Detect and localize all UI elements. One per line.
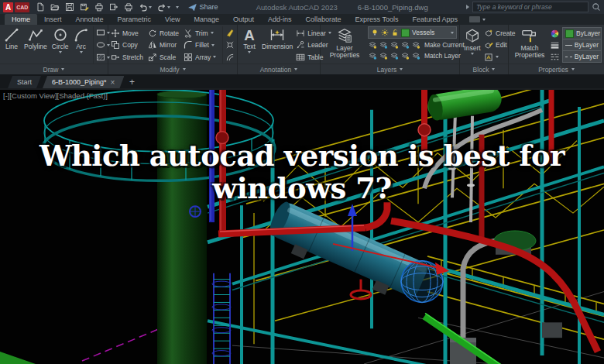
linetype-dropdown[interactable]: ByLayer: [562, 50, 602, 63]
hatch-tool[interactable]: [96, 53, 110, 62]
layer-tool-icon[interactable]: [411, 51, 420, 60]
file-tab-start[interactable]: Start: [8, 76, 41, 88]
close-tab-icon[interactable]: ×: [111, 78, 115, 87]
share-label: Share: [199, 3, 218, 11]
layer-tool-icon[interactable]: [400, 40, 410, 50]
layer-tool-icon[interactable]: [411, 40, 420, 50]
viewport-view-control[interactable]: [Custom View]: [9, 91, 57, 100]
tab-express-tools[interactable]: Express Tools: [348, 14, 406, 25]
customize-qat-icon[interactable]: [176, 6, 179, 9]
tab-featured-apps[interactable]: Featured Apps: [405, 14, 465, 25]
color-wheel-icon[interactable]: [550, 29, 560, 39]
ribbon-display-toggle[interactable]: [469, 14, 486, 25]
open-file-icon[interactable]: [50, 2, 60, 12]
layer-tool-icon[interactable]: [390, 51, 399, 60]
share-button[interactable]: Share: [188, 3, 218, 12]
circle-tool[interactable]: Circle: [50, 26, 70, 64]
layer-on-icon[interactable]: [371, 29, 379, 36]
panel-label-properties[interactable]: Properties: [509, 64, 604, 74]
viewport-pane-control[interactable]: [-]: [3, 91, 9, 100]
object-color-dropdown[interactable]: ByLayer: [562, 27, 602, 39]
match-layer-button[interactable]: Match Layer: [424, 52, 461, 60]
tab-manage[interactable]: Manage: [187, 14, 226, 25]
search-icon[interactable]: [592, 2, 601, 12]
arc-flyout-icon[interactable]: [80, 51, 83, 53]
autocad-logo: A: [3, 2, 13, 12]
offset-icon: [225, 53, 235, 62]
rotate-tool[interactable]: Rotate: [148, 28, 179, 38]
tab-add-ins[interactable]: Add-ins: [261, 14, 299, 25]
layer-dropdown-caret[interactable]: [451, 32, 454, 34]
redo-icon[interactable]: [157, 2, 170, 12]
export-icon[interactable]: [109, 2, 118, 12]
quick-access-toolbar: [36, 2, 179, 12]
search-expand-icon[interactable]: [466, 5, 469, 9]
tab-insert[interactable]: Insert: [37, 14, 69, 25]
panel-label-annotation[interactable]: Annotation: [238, 64, 320, 74]
viewport-visual-style-control[interactable]: [Shaded (Fast)]: [57, 91, 108, 100]
text-icon: [242, 27, 257, 43]
new-drawing-tab-icon[interactable]: +: [125, 76, 138, 88]
tab-view[interactable]: View: [158, 14, 187, 25]
layer-lock-icon[interactable]: [391, 29, 399, 36]
layer-freeze-icon[interactable]: [381, 29, 389, 36]
insert-block-button[interactable]: Insert: [462, 26, 482, 64]
app-menu-button[interactable]: A CAD: [3, 2, 29, 12]
lineweight-dropdown[interactable]: ByLayer: [562, 39, 602, 51]
ellipse-tool[interactable]: [96, 40, 110, 50]
drawing-viewport[interactable]: [-] [Custom View] [Shaded (Fast)] Which …: [0, 88, 604, 364]
trim-tool[interactable]: Trim: [184, 28, 216, 38]
array-tool[interactable]: Array: [184, 52, 216, 62]
layer-tool-icon[interactable]: [368, 40, 377, 50]
save-icon[interactable]: [65, 2, 74, 12]
dimension-tool[interactable]: Dimension: [260, 26, 294, 64]
stretch-tool[interactable]: Stretch: [111, 52, 143, 62]
text-tool[interactable]: Text: [240, 26, 259, 64]
file-tab-document[interactable]: 6-B-1000_Piping* ×: [43, 76, 124, 88]
copy-tool[interactable]: Copy: [111, 40, 143, 50]
panel-label-draw[interactable]: Draw: [0, 64, 108, 74]
fillet-tool[interactable]: Fillet: [184, 40, 216, 50]
layer-color-swatch[interactable]: [401, 29, 410, 37]
panel-draw: Line Polyline Circle Arc Draw: [0, 25, 108, 74]
layer-tool-icon[interactable]: [400, 51, 410, 60]
undo-icon[interactable]: [139, 2, 152, 12]
search-input[interactable]: [472, 2, 589, 12]
layer-properties-button[interactable]: Layer Properties: [323, 26, 366, 64]
linear-icon: [296, 29, 305, 38]
tab-parametric[interactable]: Parametric: [111, 14, 159, 25]
plot-icon[interactable]: [94, 2, 104, 12]
layer-dropdown[interactable]: Vessels: [368, 26, 457, 39]
panel-label-block[interactable]: Block: [460, 64, 508, 74]
save-as-icon[interactable]: [80, 2, 89, 12]
attributes-icon: [484, 53, 493, 62]
panel-label-modify[interactable]: Modify: [108, 64, 237, 74]
print-icon[interactable]: [124, 2, 133, 12]
line-tool[interactable]: Line: [2, 26, 21, 64]
polyline-tool[interactable]: Polyline: [22, 26, 49, 64]
arc-tool[interactable]: Arc: [72, 26, 91, 64]
move-icon: [111, 29, 120, 38]
match-properties-button[interactable]: Match Properties: [511, 26, 548, 64]
move-tool[interactable]: Move: [111, 28, 143, 38]
erase-tool[interactable]: [225, 28, 235, 37]
scale-tool[interactable]: Scale: [148, 52, 179, 62]
layer-tool-icon[interactable]: [379, 40, 388, 50]
tab-home[interactable]: Home: [5, 14, 37, 25]
tab-collaborate[interactable]: Collaborate: [299, 14, 348, 25]
new-file-icon[interactable]: [36, 2, 45, 12]
tab-output[interactable]: Output: [226, 14, 261, 25]
tab-annotate[interactable]: Annotate: [69, 14, 111, 25]
layer-tool-icon[interactable]: [379, 51, 388, 60]
linetype-icon[interactable]: [550, 52, 560, 62]
layer-tool-icon[interactable]: [368, 51, 377, 60]
panel-label-layers[interactable]: Layers: [321, 64, 459, 74]
make-current-button[interactable]: Make Current: [424, 41, 465, 49]
lineweight-icon[interactable]: [550, 40, 560, 50]
offset-tool[interactable]: [225, 53, 235, 62]
explode-tool[interactable]: [225, 40, 235, 50]
rectangle-tool[interactable]: [96, 28, 110, 37]
mirror-tool[interactable]: Mirror: [148, 40, 179, 50]
layer-tool-icon[interactable]: [390, 40, 399, 50]
circle-flyout-icon[interactable]: [59, 51, 62, 53]
